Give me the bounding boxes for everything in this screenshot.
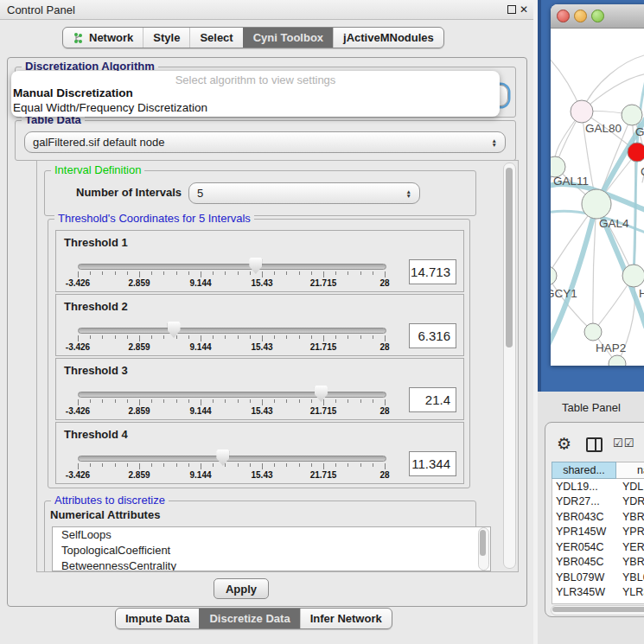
table-row[interactable]: YBR043CYBR0 (552, 509, 644, 525)
threshold-slider-track[interactable] (78, 328, 386, 334)
split-view-icon[interactable] (586, 437, 603, 452)
tick-mark (201, 463, 201, 469)
tick-mark (176, 271, 177, 275)
tab-label: Discretize Data (209, 612, 290, 625)
network-node-hap2[interactable] (584, 323, 602, 341)
table-row[interactable]: YIL052CYIL0 (552, 600, 644, 604)
cell-shared-name: YIL052C (552, 602, 617, 604)
float-window-icon[interactable] (506, 3, 518, 16)
table-row[interactable]: YBL079WYBL0 (552, 570, 644, 585)
popup-option-equal-width-frequency[interactable]: Equal Width/Frequency Discretization (13, 101, 207, 114)
table-row[interactable]: YDL19...YDL1 (552, 479, 644, 494)
table-row[interactable]: YPR145WYPR1 (552, 525, 644, 540)
attribute-list-item[interactable]: SelfLoops (53, 527, 490, 543)
column-header-name[interactable]: na (616, 462, 644, 479)
zoom-traffic-light-icon[interactable] (591, 10, 604, 22)
tick-mark (360, 463, 361, 467)
number-of-intervals-label: Number of Intervals (76, 186, 182, 199)
tick-mark (286, 463, 287, 467)
cell-name: YIL0 (617, 602, 644, 604)
table-row[interactable]: YER054CYER0 (552, 539, 644, 555)
tick-mark (348, 335, 348, 339)
attribute-list-item[interactable]: TopologicalCoefficient (53, 543, 490, 558)
threshold-slider-track[interactable] (78, 392, 386, 398)
cell-name: YER0 (617, 541, 644, 553)
scrollbar-thumb[interactable] (552, 607, 644, 612)
network-canvas[interactable]: GAL80GCGAL11GAL4GCY1HHAP2 (551, 29, 644, 366)
tab-jactivemnodules[interactable]: jActiveMNodules (333, 28, 443, 48)
network-node-gcy1[interactable] (551, 266, 557, 285)
threshold-value-field[interactable]: 6.316 (409, 323, 456, 348)
control-panel-titlebar: Control Panel ✕ (0, 0, 533, 20)
tick-mark (262, 463, 263, 469)
close-traffic-light-icon[interactable] (557, 10, 570, 22)
tick-mark (323, 399, 324, 405)
interval-definition-title: Interval Definition (51, 163, 144, 176)
attribute-list-item[interactable]: BetweennessCentrality (53, 558, 490, 571)
tick-label: 28 (379, 278, 389, 288)
table-horizontal-scrollbar[interactable] (551, 605, 644, 615)
attributes-list-scrollbar[interactable] (478, 527, 489, 571)
tick-mark (176, 463, 177, 467)
bottom-tab-impute-data[interactable]: Impute Data (116, 609, 199, 628)
table-row[interactable]: YBR045CYBR0 (552, 555, 644, 571)
table-row[interactable]: YLR345WYLR3 (552, 585, 644, 601)
number-of-intervals-combobox[interactable]: 5 ▲▼ (188, 182, 420, 204)
minimize-traffic-light-icon[interactable] (574, 10, 587, 22)
settings-vertical-scrollbar[interactable] (503, 163, 516, 569)
tick-mark (102, 463, 103, 467)
close-icon[interactable]: ✕ (518, 3, 530, 16)
threshold-value-field[interactable]: 14.713 (409, 259, 456, 284)
cell-shared-name: YPR145W (552, 526, 617, 538)
table-data-combobox[interactable]: galFiltered.sif default node ▲▼ (24, 131, 506, 153)
tab-network[interactable]: Network (63, 28, 143, 48)
tab-cyni-toolbox[interactable]: Cyni Toolbox (243, 28, 333, 48)
tick-mark (286, 271, 287, 275)
settings-gear-icon[interactable]: ⚙ (557, 434, 571, 454)
network-node-label: GAL80 (585, 122, 622, 135)
network-node-label: GCY1 (551, 287, 577, 300)
tab-select[interactable]: Select (189, 28, 242, 48)
bottom-tab-infer-network[interactable]: Infer Network (300, 609, 392, 628)
tick-mark (201, 335, 201, 341)
tab-style[interactable]: Style (143, 28, 189, 48)
tick-label: 28 (379, 342, 389, 352)
select-columns-checkboxes-icon[interactable]: ☑☑ (613, 437, 634, 450)
scrollbar-thumb[interactable] (480, 530, 486, 556)
tick-label: 15.43 (251, 406, 272, 416)
network-node-g[interactable] (622, 105, 642, 125)
threshold-slider-track[interactable] (78, 264, 386, 270)
network-graph: GAL80GCGAL11GAL4GCY1HHAP2 (551, 29, 644, 366)
cell-shared-name: YBL079W (552, 571, 617, 583)
cell-name: YPR1 (617, 526, 644, 538)
apply-button[interactable]: Apply (214, 578, 269, 599)
tick-mark (115, 463, 116, 467)
tick-mark (90, 399, 91, 403)
tick-mark (90, 271, 91, 275)
number-of-intervals-value: 5 (197, 187, 203, 200)
tick-mark (348, 271, 348, 275)
popup-option-manual-discretization[interactable]: Manual Discretization (13, 86, 133, 99)
tick-mark (188, 271, 189, 275)
network-node-gal80[interactable] (571, 100, 593, 123)
cell-shared-name: YBR045C (552, 556, 617, 568)
threshold-value-field[interactable]: 11.344 (409, 451, 456, 476)
bottom-tab-discretize-data[interactable]: Discretize Data (199, 609, 299, 628)
tick-mark (360, 335, 361, 339)
spinner-arrows-icon: ▲▼ (492, 138, 497, 147)
tick-mark (225, 271, 226, 275)
tick-label: 21.715 (310, 278, 337, 288)
threshold-value-field[interactable]: 21.4 (409, 387, 456, 412)
column-header-shared-name[interactable]: shared... (552, 462, 616, 479)
table-row[interactable]: YDR27...YDR2 (552, 494, 644, 510)
network-node-c[interactable] (628, 143, 644, 162)
network-node-gal4[interactable] (582, 189, 611, 219)
network-node-h[interactable] (622, 265, 644, 287)
numerical-attributes-list[interactable]: SelfLoopsTopologicalCoefficientBetweenne… (52, 526, 491, 571)
tick-mark (115, 271, 116, 275)
tick-mark (299, 335, 300, 339)
scrollbar-thumb[interactable] (506, 168, 513, 348)
threshold-label: Threshold 3 (64, 364, 128, 377)
threshold-slider-track[interactable] (78, 456, 386, 462)
thresholds-group-title: Threshold's Coordinates for 5 Intervals (54, 212, 254, 225)
